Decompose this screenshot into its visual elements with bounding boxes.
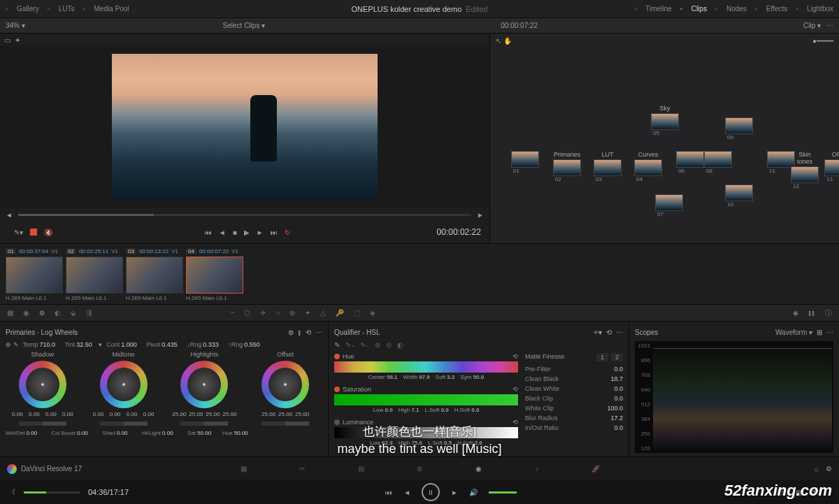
scope-mode-dropdown[interactable]: Waveform ▾ [775, 329, 812, 336]
scope-layout-icon[interactable]: ⊞ [817, 329, 822, 336]
clip-thumbnail[interactable]: 0100:00:37:04V1H.265 Main L6.1 [6, 247, 63, 301]
temp-value[interactable]: 710.0 [40, 341, 61, 348]
contrast-value[interactable]: 1.000 [121, 341, 142, 348]
sat-value[interactable]: 50.00 [197, 430, 218, 436]
video-prev-icon[interactable]: 《 [8, 487, 15, 497]
rgb-mixer-icon[interactable]: ⬙ [71, 309, 76, 317]
qualifier-options-icon[interactable]: ⋯ [616, 329, 623, 336]
color-wheel[interactable] [100, 361, 148, 408]
matte-tab-2[interactable]: 2 [611, 353, 623, 361]
color-picker-icon[interactable]: ✎▾ [14, 229, 23, 236]
scope-options-icon[interactable]: ⋯ [826, 329, 833, 336]
qualifier-reset-icon[interactable]: ⟲ [606, 329, 612, 336]
viewer-wand-icon[interactable]: ✦ [15, 36, 20, 44]
matte-param[interactable]: Clean White0.0 [525, 384, 623, 394]
viewer-split-icon[interactable]: ▭ [4, 36, 10, 44]
reset-icon[interactable]: ⟲ [306, 329, 311, 336]
settings-icon[interactable]: ⚙ [826, 465, 832, 473]
node-04[interactable]: Curves04 [634, 151, 662, 176]
info-icon[interactable]: ⓘ [825, 308, 832, 318]
camera-raw-icon[interactable]: ▦ [7, 309, 13, 317]
wheel-slider[interactable] [100, 422, 148, 426]
color-match-icon[interactable]: ◉ [23, 309, 29, 317]
flag-red[interactable] [30, 229, 37, 236]
video-volume-icon[interactable]: 🔊 [469, 489, 478, 496]
node-graph-canvas[interactable]: 01Primaries02LUT03Curves04Sky05060708091… [490, 48, 839, 243]
matte-tab-1[interactable]: 1 [596, 353, 608, 361]
tab-clips[interactable]: ▫Clips [680, 5, 707, 13]
clip-thumbnail[interactable]: 0400:00:07:22V1H.265 Main L6.1 [186, 247, 243, 301]
viewer-canvas[interactable] [0, 46, 489, 208]
tab-luts[interactable]: ▫LUTs [48, 5, 75, 13]
motion-icon[interactable]: ⇶ [86, 309, 92, 317]
matte-param[interactable]: White Clip100.0 [525, 403, 623, 413]
play-button[interactable]: ▶ [244, 229, 250, 236]
last-frame-button[interactable]: ⏭ [271, 229, 278, 236]
scopes-icon[interactable]: ⫿⫿ [808, 309, 815, 317]
node-03[interactable]: LUT03 [594, 151, 622, 176]
warper-icon[interactable]: ⬡ [244, 309, 250, 317]
hue-value[interactable]: 50.00 [234, 430, 255, 436]
hue-toggle[interactable] [334, 354, 340, 359]
video-fwd-icon[interactable]: ► [451, 489, 458, 496]
picker-sub-icon[interactable]: ✎₋ [360, 341, 369, 349]
color-wheel[interactable] [19, 361, 66, 408]
clip-thumbnail[interactable]: 0300:00:13:22V1H.265 Main L6.1 [126, 247, 183, 301]
color-wheel[interactable] [180, 361, 228, 408]
key-icon[interactable]: 🔑 [336, 309, 344, 317]
matte-param[interactable]: Pre-Filter0.0 [525, 364, 623, 374]
first-frame-button[interactable]: ⏮ [205, 229, 212, 236]
lum-toggle[interactable] [334, 419, 340, 425]
lum-reset-icon[interactable]: ⟲ [512, 419, 518, 426]
tint-value[interactable]: 32.50 [76, 341, 97, 348]
home-icon[interactable]: ⌂ [815, 465, 819, 473]
clip-mode-dropdown[interactable]: Clip ▾ [803, 22, 821, 29]
tracking-icon[interactable]: ⊕ [289, 309, 295, 317]
matte-param[interactable]: Blur Radius17.2 [525, 413, 623, 423]
matte-param[interactable]: Clean Black18.7 [525, 374, 623, 384]
qualifier-pick-icon[interactable]: ✧▾ [593, 329, 602, 336]
video-fullscreen-icon[interactable]: ⛶ [824, 489, 831, 496]
loop-button[interactable]: ↻ [285, 229, 290, 236]
node-06[interactable]: 06 [676, 151, 704, 168]
luminance-bar[interactable] [334, 427, 518, 438]
3d-icon[interactable]: ◈ [370, 309, 375, 317]
picker-icon[interactable]: ✎ [334, 341, 340, 349]
edit-page-icon[interactable]: ▤ [352, 461, 369, 477]
tab-lightbox[interactable]: ▫Lightbox [796, 5, 833, 13]
tab-nodes[interactable]: ▫Nodes [715, 5, 747, 13]
node-07[interactable]: 07 [655, 194, 683, 211]
wheels-icon[interactable]: ⊚ [39, 309, 45, 317]
mute-icon[interactable]: 🔇 [44, 229, 52, 236]
video-back-icon[interactable]: ◄ [403, 489, 410, 496]
matte-param[interactable]: Black Clip0.0 [525, 394, 623, 403]
node-08[interactable]: 08 [704, 151, 732, 168]
qualifier-icon[interactable]: ✧ [260, 309, 266, 317]
video-pip-icon[interactable]: ⧉ [810, 488, 815, 496]
magic-mask-icon[interactable]: ✦ [305, 309, 310, 317]
low-range-value[interactable]: 0.333 [203, 341, 224, 348]
media-page-icon[interactable]: ▦ [235, 461, 252, 477]
tab-effects[interactable]: ▫Effects [755, 5, 787, 13]
window-icon[interactable]: ○ [275, 309, 280, 317]
blur-icon[interactable]: △ [320, 309, 326, 317]
stop-button[interactable]: ■ [233, 229, 237, 236]
sat-reset-icon[interactable]: ⟲ [512, 386, 518, 393]
keyframes-icon[interactable]: ◆ [793, 309, 798, 317]
select-clips-dropdown[interactable]: Select Clips ▾ [223, 22, 266, 29]
saturation-bar[interactable] [334, 394, 518, 405]
node-02[interactable]: Primaries02 [553, 151, 581, 176]
matte-param[interactable]: In/Out Ratio0.0 [525, 423, 623, 433]
picker-add-icon[interactable]: ✎₊ [345, 341, 354, 349]
tab-timeline[interactable]: ▫Timeline [634, 5, 671, 13]
pivot-value[interactable]: 0.435 [162, 341, 182, 348]
feather-add-icon[interactable]: ⊕ [375, 341, 380, 349]
zoom-dropdown[interactable]: 34% ▾ [6, 22, 25, 29]
wheel-slider[interactable] [19, 422, 66, 426]
video-menu-icon[interactable]: ▤ [796, 489, 802, 496]
clip-thumbnail[interactable]: 0200:00:25:11V1H.265 Main L6.1 [66, 247, 123, 301]
viewer-scrubber[interactable]: ◄► [0, 208, 489, 221]
hue-reset-icon[interactable]: ⟲ [512, 353, 518, 360]
curves-icon[interactable]: ~ [231, 309, 235, 317]
color-wheel[interactable] [261, 361, 309, 408]
